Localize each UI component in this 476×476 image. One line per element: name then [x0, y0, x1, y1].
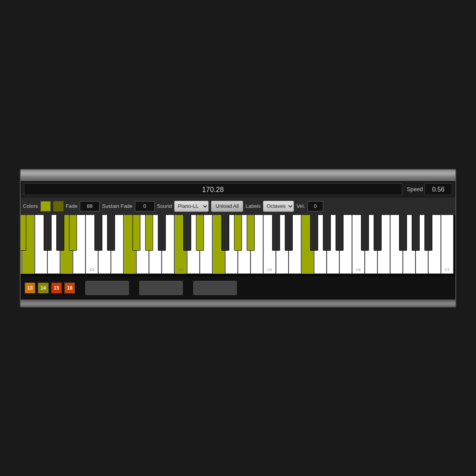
piano-black-key[interactable]: [158, 215, 166, 251]
piano-black-key[interactable]: [336, 215, 344, 251]
track-14-button[interactable]: 14: [38, 282, 48, 294]
piano-black-key[interactable]: [424, 215, 432, 251]
color-swatch-1[interactable]: [40, 201, 51, 211]
speed-display[interactable]: 0.56: [424, 183, 452, 195]
piano-black-key[interactable]: [323, 215, 331, 251]
labels-select[interactable]: Octaves Notes None: [263, 201, 294, 212]
piano-black-key[interactable]: [234, 215, 242, 251]
sustain-fade-label: Sustain Fade: [102, 203, 132, 209]
piano-black-key[interactable]: [247, 215, 255, 251]
controls-row: Colors Fade Sustain Fade Sound Piano-LL …: [21, 198, 455, 215]
track-13-button[interactable]: 13: [25, 282, 35, 294]
octave-label: C6: [356, 268, 361, 272]
fade-label: Fade: [66, 203, 78, 209]
piano-black-key[interactable]: [107, 215, 115, 251]
sustain-fade-input[interactable]: [135, 201, 155, 211]
piano-black-key[interactable]: [361, 215, 369, 251]
octave-label: C4: [178, 268, 183, 272]
bpm-row: 170.28 Speed 0.56: [21, 181, 455, 198]
track-16-button[interactable]: 16: [64, 282, 75, 294]
piano-keyboard: C2C3C4C5C6C7: [21, 215, 455, 276]
piano-black-key[interactable]: [21, 215, 26, 251]
labels-label: Labels: [246, 203, 261, 209]
metal-strip-bottom: [21, 299, 455, 307]
piano-black-key[interactable]: [69, 215, 77, 251]
speed-label: Speed: [407, 186, 423, 192]
app-background: 170.28 Speed 0.56 Colors Fade Sustain Fa…: [0, 0, 476, 476]
piano-black-key[interactable]: [196, 215, 204, 251]
piano-black-key[interactable]: [145, 215, 153, 251]
track-15-button[interactable]: 15: [51, 282, 62, 294]
octave-label: C5: [267, 268, 272, 272]
empty-button-3[interactable]: [193, 281, 237, 295]
octave-label: C3: [90, 268, 94, 272]
piano-black-key[interactable]: [374, 215, 382, 251]
colors-label: Colors: [23, 203, 38, 209]
piano-black-key[interactable]: [94, 215, 102, 251]
bottom-row: 13 14 15 16: [21, 276, 455, 299]
sound-label: Sound: [157, 203, 172, 209]
instrument-panel: 170.28 Speed 0.56 Colors Fade Sustain Fa…: [20, 169, 456, 307]
piano-white-key[interactable]: C7: [441, 215, 453, 274]
vel-label: Vel.: [296, 203, 305, 209]
piano-black-key[interactable]: [132, 215, 140, 251]
piano-black-key[interactable]: [399, 215, 407, 251]
metal-strip-top: [21, 170, 455, 181]
empty-button-1[interactable]: [85, 281, 129, 295]
piano-black-key[interactable]: [285, 215, 293, 251]
color-swatch-2[interactable]: [53, 201, 63, 211]
vel-input[interactable]: [307, 201, 323, 211]
piano-black-key[interactable]: [183, 215, 191, 251]
piano-black-key[interactable]: [44, 215, 52, 251]
piano-black-key[interactable]: [56, 215, 64, 251]
piano-black-key[interactable]: [310, 215, 318, 251]
unload-all-button[interactable]: Unload All: [211, 201, 243, 212]
bpm-display[interactable]: 170.28: [24, 183, 402, 195]
piano-black-key[interactable]: [412, 215, 420, 251]
empty-button-2[interactable]: [139, 281, 183, 295]
sound-select[interactable]: Piano-LL Piano-HH Organ Guitar: [174, 201, 209, 212]
fade-input[interactable]: [80, 201, 100, 211]
piano-black-key[interactable]: [272, 215, 280, 251]
octave-label: C7: [445, 268, 450, 272]
piano-black-key[interactable]: [221, 215, 229, 251]
